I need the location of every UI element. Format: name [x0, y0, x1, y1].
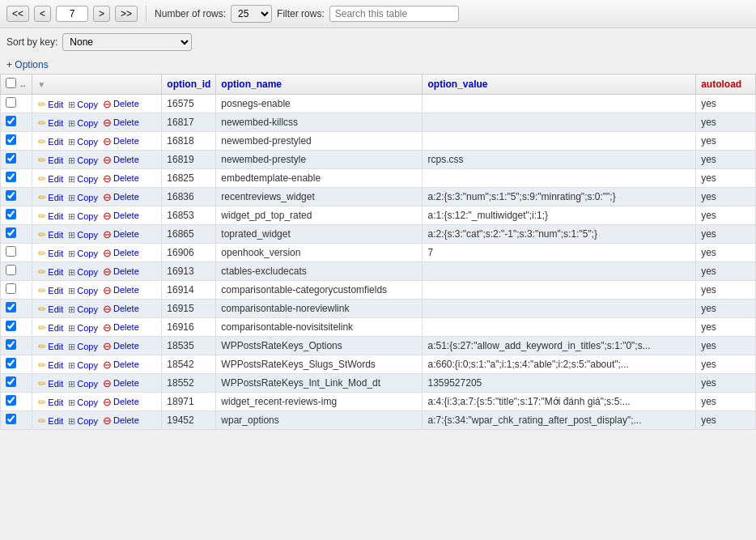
copy-button[interactable]: ⊞Copy	[67, 398, 99, 408]
table-row: ✏Edit⊞Copy⊖Delete16836recentreviews_widg…	[1, 188, 756, 206]
autoload-cell: yes	[696, 262, 756, 281]
edit-button[interactable]: ✏Edit	[37, 415, 64, 427]
row-checkbox[interactable]	[6, 246, 16, 257]
edit-label: Edit	[48, 323, 63, 333]
select-all-checkbox[interactable]	[6, 78, 16, 88]
rows-per-page-select[interactable]: 25 50 100	[231, 5, 272, 23]
copy-button[interactable]: ⊞Copy	[67, 137, 99, 147]
option-name-cell: widget_recent-reviews-img	[216, 393, 423, 411]
prev-page-button[interactable]: <	[34, 6, 51, 22]
sort-select[interactable]: None	[62, 33, 192, 51]
row-checkbox[interactable]	[6, 414, 16, 424]
delete-button[interactable]: ⊖Delete	[102, 135, 140, 147]
row-checkbox[interactable]	[6, 302, 16, 313]
row-checkbox[interactable]	[6, 395, 16, 406]
copy-button[interactable]: ⊞Copy	[67, 342, 99, 352]
delete-label: Delete	[113, 285, 139, 295]
edit-button[interactable]: ✏Edit	[37, 397, 64, 408]
delete-button[interactable]: ⊖Delete	[102, 321, 140, 334]
copy-button[interactable]: ⊞Copy	[67, 174, 99, 185]
delete-button[interactable]: ⊖Delete	[102, 266, 140, 278]
delete-label: Delete	[113, 304, 139, 313]
copy-button[interactable]: ⊞Copy	[67, 379, 99, 389]
row-checkbox[interactable]	[6, 358, 16, 368]
delete-button[interactable]: ⊖Delete	[102, 228, 140, 240]
edit-button[interactable]: ✏Edit	[37, 229, 64, 240]
option-name-cell: toprated_widget	[216, 225, 423, 244]
delete-button[interactable]: ⊖Delete	[102, 415, 140, 427]
header-option-name-col[interactable]: option_name	[216, 74, 423, 95]
row-checkbox[interactable]	[6, 283, 16, 294]
copy-label: Copy	[77, 100, 98, 109]
edit-button[interactable]: ✏Edit	[37, 378, 64, 389]
edit-button[interactable]: ✏Edit	[37, 285, 64, 296]
delete-button[interactable]: ⊖Delete	[102, 191, 140, 203]
delete-button[interactable]: ⊖Delete	[102, 284, 140, 296]
delete-button[interactable]: ⊖Delete	[102, 210, 140, 222]
copy-button[interactable]: ⊞Copy	[67, 118, 99, 129]
autoload-cell: yes	[696, 337, 756, 355]
delete-button[interactable]: ⊖Delete	[102, 172, 140, 185]
options-link[interactable]: + Options	[6, 59, 49, 70]
edit-button[interactable]: ✏Edit	[37, 155, 64, 166]
copy-button[interactable]: ⊞Copy	[67, 211, 99, 222]
header-autoload-col[interactable]: autoload	[696, 74, 756, 95]
delete-button[interactable]: ⊖Delete	[102, 154, 140, 166]
copy-label: Copy	[77, 360, 98, 370]
page-input[interactable]	[56, 6, 88, 22]
header-option-value-col[interactable]: option_value	[423, 74, 696, 95]
row-checkbox[interactable]	[6, 97, 16, 108]
row-checkbox[interactable]	[6, 321, 16, 331]
copy-button[interactable]: ⊞Copy	[67, 267, 99, 278]
edit-button[interactable]: ✏Edit	[37, 192, 64, 203]
row-checkbox-cell	[1, 300, 32, 318]
row-checkbox[interactable]	[6, 209, 16, 219]
delete-button[interactable]: ⊖Delete	[102, 359, 140, 371]
copy-button[interactable]: ⊞Copy	[67, 193, 99, 203]
copy-button[interactable]: ⊞Copy	[67, 100, 99, 110]
copy-button[interactable]: ⊞Copy	[67, 323, 99, 334]
delete-button[interactable]: ⊖Delete	[102, 396, 140, 408]
delete-button[interactable]: ⊖Delete	[102, 340, 140, 352]
edit-button[interactable]: ✏Edit	[37, 136, 64, 147]
delete-button[interactable]: ⊖Delete	[102, 98, 140, 110]
delete-button[interactable]: ⊖Delete	[102, 303, 140, 315]
row-checkbox[interactable]	[6, 190, 16, 201]
copy-button[interactable]: ⊞Copy	[67, 155, 99, 166]
next-page-button[interactable]: >	[93, 6, 110, 22]
edit-button[interactable]: ✏Edit	[37, 117, 64, 129]
row-checkbox[interactable]	[6, 153, 16, 164]
edit-button[interactable]: ✏Edit	[37, 266, 64, 278]
copy-button[interactable]: ⊞Copy	[67, 304, 99, 315]
edit-button[interactable]: ✏Edit	[37, 99, 64, 110]
edit-button[interactable]: ✏Edit	[37, 248, 64, 259]
delete-button[interactable]: ⊖Delete	[102, 377, 140, 389]
row-checkbox[interactable]	[6, 265, 16, 275]
header-option-id-col[interactable]: option_id	[162, 74, 216, 95]
edit-button[interactable]: ✏Edit	[37, 304, 64, 315]
edit-button[interactable]: ✏Edit	[37, 173, 64, 185]
delete-button[interactable]: ⊖Delete	[102, 117, 140, 129]
first-page-button[interactable]: <<	[6, 6, 29, 22]
copy-button[interactable]: ⊞Copy	[67, 416, 99, 427]
row-checkbox[interactable]	[6, 172, 16, 182]
row-checkbox[interactable]	[6, 376, 16, 387]
row-checkbox[interactable]	[6, 227, 16, 238]
filter-input[interactable]	[329, 6, 459, 22]
last-page-button[interactable]: >>	[115, 6, 138, 22]
copy-button[interactable]: ⊞Copy	[67, 360, 99, 371]
row-checkbox[interactable]	[6, 116, 16, 126]
edit-button[interactable]: ✏Edit	[37, 359, 64, 371]
edit-button[interactable]: ✏Edit	[37, 210, 64, 222]
copy-button[interactable]: ⊞Copy	[67, 230, 99, 240]
option-id-cell: 16836	[162, 188, 216, 206]
edit-button[interactable]: ✏Edit	[37, 341, 64, 352]
row-checkbox-cell	[1, 281, 32, 300]
row-actions-cell: ✏Edit⊞Copy⊖Delete	[32, 262, 162, 281]
edit-button[interactable]: ✏Edit	[37, 322, 64, 334]
delete-button[interactable]: ⊖Delete	[102, 247, 140, 259]
row-checkbox[interactable]	[6, 134, 16, 145]
copy-button[interactable]: ⊞Copy	[67, 249, 99, 259]
row-checkbox[interactable]	[6, 339, 16, 350]
copy-button[interactable]: ⊞Copy	[67, 286, 99, 296]
